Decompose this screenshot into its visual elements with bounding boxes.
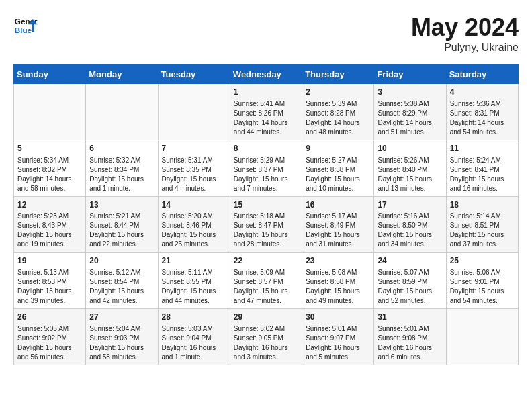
day-info: Sunrise: 5:06 AM: [450, 268, 515, 277]
header-friday: Friday: [374, 65, 446, 84]
day-info: Sunrise: 5:03 AM: [162, 324, 226, 334]
empty-cell: [158, 84, 230, 140]
day-info: Sunrise: 5:08 AM: [306, 268, 370, 277]
day-info: and 13 minutes.: [378, 184, 442, 193]
calendar-day-cell: 20Sunrise: 5:12 AMSunset: 8:54 PMDayligh…: [86, 253, 158, 309]
day-info: Daylight: 15 hours: [17, 343, 82, 353]
day-info: Sunset: 9:04 PM: [162, 334, 226, 343]
day-info: Sunset: 8:58 PM: [306, 277, 370, 287]
day-info: Sunset: 8:32 PM: [17, 165, 82, 175]
day-info: Sunrise: 5:39 AM: [306, 99, 370, 109]
day-info: Sunset: 9:07 PM: [306, 334, 370, 343]
calendar-day-cell: 12Sunrise: 5:23 AMSunset: 8:43 PMDayligh…: [14, 196, 86, 253]
day-info: and 28 minutes.: [234, 240, 298, 249]
calendar-day-cell: 11Sunrise: 5:24 AMSunset: 8:41 PMDayligh…: [446, 140, 518, 196]
day-info: Sunset: 8:47 PM: [234, 221, 298, 230]
svg-text:Blue: Blue: [15, 26, 32, 34]
calendar-day-cell: 6Sunrise: 5:32 AMSunset: 8:34 PMDaylight…: [86, 140, 158, 196]
day-info: and 7 minutes.: [234, 184, 298, 193]
day-info: Daylight: 15 hours: [378, 175, 442, 184]
day-number: 2: [306, 87, 370, 98]
day-info: Sunrise: 5:26 AM: [378, 156, 442, 165]
day-info: Sunset: 8:53 PM: [17, 277, 82, 287]
day-number: 19: [17, 255, 82, 267]
day-info: Sunrise: 5:31 AM: [162, 156, 226, 165]
logo-icon: General Blue: [13, 13, 38, 38]
day-number: 13: [89, 199, 154, 211]
day-info: Sunrise: 5:23 AM: [17, 212, 82, 221]
day-number: 5: [17, 143, 82, 154]
header-wednesday: Wednesday: [230, 65, 302, 84]
day-info: Sunset: 8:37 PM: [234, 165, 298, 175]
day-info: and 51 minutes.: [378, 128, 442, 137]
day-info: Daylight: 15 hours: [162, 175, 226, 184]
day-number: 29: [234, 312, 298, 323]
day-info: Sunrise: 5:18 AM: [234, 212, 298, 221]
day-info: Sunset: 8:38 PM: [306, 165, 370, 175]
day-info: Daylight: 15 hours: [378, 287, 442, 296]
day-info: Sunset: 9:05 PM: [234, 334, 298, 343]
day-info: Sunset: 8:49 PM: [306, 221, 370, 230]
calendar-day-cell: 15Sunrise: 5:18 AMSunset: 8:47 PMDayligh…: [230, 196, 302, 253]
day-info: and 6 minutes.: [378, 353, 442, 362]
day-info: Sunrise: 5:05 AM: [17, 324, 82, 334]
day-info: Sunrise: 5:02 AM: [234, 324, 298, 334]
logo: General Blue: [13, 13, 38, 38]
day-number: 22: [234, 255, 298, 267]
calendar-week-row: 12Sunrise: 5:23 AMSunset: 8:43 PMDayligh…: [14, 196, 519, 253]
calendar-day-cell: 30Sunrise: 5:01 AMSunset: 9:07 PMDayligh…: [302, 309, 374, 365]
day-info: Sunrise: 5:36 AM: [450, 99, 515, 109]
day-info: Sunset: 8:26 PM: [234, 109, 298, 118]
day-info: Sunset: 9:03 PM: [89, 334, 154, 343]
day-info: Sunset: 8:50 PM: [378, 221, 442, 230]
day-info: and 34 minutes.: [378, 240, 442, 249]
day-info: Sunset: 8:57 PM: [234, 277, 298, 287]
day-info: Sunrise: 5:34 AM: [17, 156, 82, 165]
day-info: and 22 minutes.: [89, 240, 154, 249]
day-info: Daylight: 15 hours: [306, 287, 370, 296]
header-thursday: Thursday: [302, 65, 374, 84]
calendar-table: SundayMondayTuesdayWednesdayThursdayFrid…: [13, 64, 519, 365]
day-info: Sunset: 8:34 PM: [89, 165, 154, 175]
day-info: Sunset: 8:59 PM: [378, 277, 442, 287]
day-info: and 10 minutes.: [306, 184, 370, 193]
page-header: General Blue May 2024 Pulyny, Ukraine: [13, 13, 519, 54]
calendar-day-cell: 27Sunrise: 5:04 AMSunset: 9:03 PMDayligh…: [86, 309, 158, 365]
day-info: Daylight: 15 hours: [234, 287, 298, 296]
day-number: 10: [378, 143, 442, 154]
day-number: 16: [306, 199, 370, 211]
day-info: Daylight: 15 hours: [378, 230, 442, 240]
day-number: 28: [162, 312, 226, 323]
day-info: Sunrise: 5:17 AM: [306, 212, 370, 221]
empty-cell: [86, 84, 158, 140]
header-tuesday: Tuesday: [158, 65, 230, 84]
day-info: and 1 minute.: [89, 184, 154, 193]
day-info: Sunrise: 5:12 AM: [89, 268, 154, 277]
day-info: Sunrise: 5:16 AM: [378, 212, 442, 221]
day-info: Daylight: 15 hours: [162, 287, 226, 296]
day-info: Daylight: 15 hours: [17, 287, 82, 296]
day-info: Sunrise: 5:14 AM: [450, 212, 515, 221]
day-info: Sunrise: 5:20 AM: [162, 212, 226, 221]
calendar-day-cell: 1Sunrise: 5:41 AMSunset: 8:26 PMDaylight…: [230, 84, 302, 140]
day-info: Sunrise: 5:41 AM: [234, 99, 298, 109]
day-info: Sunrise: 5:27 AM: [306, 156, 370, 165]
calendar-day-cell: 23Sunrise: 5:08 AMSunset: 8:58 PMDayligh…: [302, 253, 374, 309]
day-number: 1: [234, 87, 298, 98]
day-info: Sunset: 8:43 PM: [17, 221, 82, 230]
calendar-week-row: 19Sunrise: 5:13 AMSunset: 8:53 PMDayligh…: [14, 253, 519, 309]
day-info: Sunrise: 5:32 AM: [89, 156, 154, 165]
day-number: 23: [306, 255, 370, 267]
day-number: 30: [306, 312, 370, 323]
day-info: Daylight: 15 hours: [306, 230, 370, 240]
day-info: and 58 minutes.: [17, 184, 82, 193]
day-info: Daylight: 15 hours: [450, 230, 515, 240]
day-info: Daylight: 14 hours: [306, 118, 370, 128]
day-info: Sunset: 8:35 PM: [162, 165, 226, 175]
day-number: 12: [17, 199, 82, 211]
day-info: and 5 minutes.: [306, 353, 370, 362]
day-info: Daylight: 15 hours: [306, 175, 370, 184]
title-block: May 2024 Pulyny, Ukraine: [411, 13, 519, 54]
month-year: May 2024: [411, 13, 519, 42]
calendar-day-cell: 5Sunrise: 5:34 AMSunset: 8:32 PMDaylight…: [14, 140, 86, 196]
